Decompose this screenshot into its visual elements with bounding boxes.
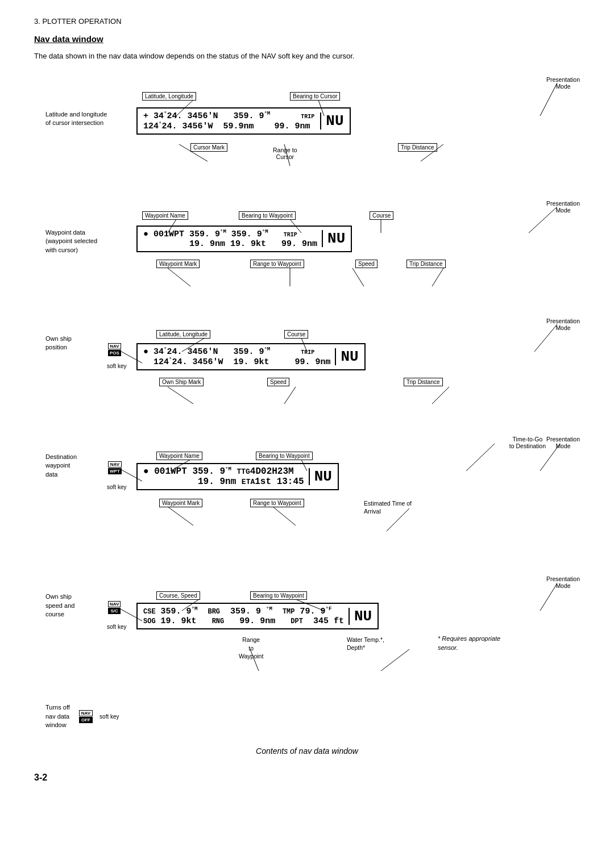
svg-line-12 [432, 268, 443, 286]
side-label-3: Own shipposition [45, 335, 72, 352]
nu-label-5: NU [349, 608, 372, 625]
annot-lines-4 [45, 436, 580, 549]
presentation-mode-label-4: PresentationMode [546, 436, 580, 449]
trip-dist-box-1: Trip Distance [398, 143, 437, 152]
nav-display-2: ● 001WPT 359. 9°M 359. 9°M TRIP 19. 9nm … [136, 226, 352, 252]
bearing-cursor-box: Bearing to Cursor [290, 92, 340, 101]
nav-off-softkey: NAV OFF [79, 710, 93, 723]
bearing-cursor-annot: Bearing to Cursor [290, 92, 340, 101]
presentation-mode-label-3: PresentationMode [546, 318, 580, 331]
bearing-wpt-annot-5: Bearing to Waypoint [250, 591, 307, 600]
wpt-mark-annot-4: Waypoint Mark [159, 499, 202, 507]
range-wpt-annot-4: Range to Waypoint [250, 499, 304, 507]
svg-line-25 [168, 507, 193, 525]
presentation-mode-label-2: PresentationMode [546, 200, 580, 214]
intro-paragraph: The data shown in the nav data window de… [34, 51, 580, 62]
display-box-2: ● 001WPT 359. 9°M 359. 9°M TRIP 19. 9nm … [136, 226, 352, 252]
nav-display-5: CSE 359. 9°M BRG 359. 9 °M TMP 79. 9°F S… [136, 603, 379, 629]
lat-lon-box-1: Latitude, Longitude [142, 92, 196, 101]
cursor-mark-box: Cursor Mark [190, 143, 227, 152]
course-speed-annot: Course, Speed [156, 591, 200, 600]
turns-off-section: Turns offnav datawindow NAV OFF soft key [45, 703, 580, 729]
svg-line-16 [168, 387, 193, 404]
sensor-note: * Requires appropriatesensor. [438, 635, 500, 652]
soft-key-label-5: soft key [107, 624, 126, 630]
display-box-4: ● 001WPT 359. 9°M TTG4D02H23M 19. 9nm ET… [136, 463, 339, 490]
side-label-2: Waypoint data(waypoint selectedwith curs… [45, 228, 97, 254]
display-box-3: ● 34°24. 3456'N 359. 9°M TRIP 124°24. 34… [136, 343, 366, 370]
water-temp-annot: Water Temp.*,Depth* [347, 636, 384, 652]
lat-lon-annot-3: Latitude, Longitude [156, 330, 210, 339]
trip-dist-annot-1: Trip Distance [398, 143, 437, 152]
lat-lon-annot-1: Latitude, Longitude [142, 92, 196, 101]
waypoint-diagram: PresentationMode Waypoint Name Bearing t… [45, 200, 580, 252]
cursor-diagram: PresentationMode Latitude, Longitude Bea… [45, 76, 580, 135]
page-number: 3-2 [34, 773, 580, 783]
nu-label-2: NU [322, 230, 345, 247]
bearing-wpt-annot-4: Bearing to Waypoint [256, 452, 313, 460]
section-title: Nav data window [34, 34, 580, 44]
nav-wpt-softkey: NAV WPT [108, 461, 122, 474]
svg-line-11 [352, 268, 364, 286]
section-label: 3. PLOTTER OPERATION [34, 17, 122, 26]
eta-annot: Estimated Time ofArrival [364, 499, 412, 516]
nu-label-3: NU [335, 348, 358, 365]
trip-dist-annot-3: Trip Distance [404, 378, 443, 386]
presentation-mode-label-1: PresentationMode [546, 76, 580, 90]
page-header: 3. PLOTTER OPERATION [34, 17, 580, 26]
nu-label-1: NU [320, 112, 343, 130]
range-wpt-annot: Range to Waypoint [250, 260, 304, 268]
caption: Contents of nav data window [34, 746, 580, 756]
presentation-mode-label-5: PresentationMode [546, 575, 580, 589]
nav-display-4: ● 001WPT 359. 9°M TTG4D02H23M 19. 9nm ET… [136, 463, 339, 490]
time-to-go-annot: Time-to-Goto Destination [509, 436, 546, 449]
svg-line-26 [273, 507, 296, 525]
side-label-1: Latitude and longitudeof cursor intersec… [45, 110, 107, 128]
own-ship-mark-annot: Own Ship Mark [159, 378, 204, 386]
nu-label-4: NU [309, 468, 332, 485]
wpt-name-annot: Waypoint Name [142, 211, 188, 220]
svg-line-17 [284, 387, 296, 404]
own-ship-pos-diagram: PresentationMode Latitude, Longitude Cou… [45, 318, 580, 370]
speed-annot-2: Speed [355, 260, 377, 268]
speed-annot-3: Speed [267, 378, 289, 386]
nav-pos-softkey: NAV POS [108, 343, 121, 356]
svg-line-9 [168, 268, 190, 286]
dest-wpt-diagram: Time-to-Goto Destination PresentationMod… [45, 436, 580, 490]
bearing-wpt-annot: Bearing to Waypoint [239, 211, 296, 220]
nav-display-1: + 34°24. 3456'N 359. 9°M TRIP 124°24. 34… [136, 107, 351, 135]
range-to-wpt-annot: RangetoWaypoint [239, 636, 263, 661]
nav-display-3: ● 34°24. 3456'N 359. 9°M TRIP 124°24. 34… [136, 343, 366, 370]
display-box-1: + 34°24. 3456'N 359. 9°M TRIP 124°24. 34… [136, 107, 351, 135]
wpt-name-annot-4: Waypoint Name [156, 452, 202, 460]
display-box-5: CSE 359. 9°M BRG 359. 9 °M TMP 79. 9°F S… [136, 603, 379, 629]
side-label-4: Destinationwaypointdata [45, 453, 77, 479]
own-ship-speed-diagram: PresentationMode Course, Speed Bearing t… [45, 575, 580, 629]
cursor-mark-annot: Cursor Mark [190, 143, 227, 152]
svg-line-32 [381, 649, 409, 671]
soft-key-label-3: soft key [107, 363, 126, 369]
soft-key-label-off: soft key [99, 713, 119, 720]
course-annot-3: Course [284, 330, 308, 339]
range-cursor-annot: Range toCursor [273, 147, 297, 160]
svg-line-18 [432, 387, 449, 404]
nav-sc-softkey: NAV S/C [108, 601, 121, 614]
course-annot: Course [370, 211, 393, 220]
svg-line-23 [466, 444, 495, 471]
turns-off-label: Turns offnav datawindow [45, 703, 70, 729]
side-label-5: Own shipspeed andcourse [45, 592, 74, 619]
trip-dist-annot-2: Trip Distance [406, 260, 446, 268]
wpt-mark-annot: Waypoint Mark [156, 260, 200, 268]
soft-key-label-4: soft key [107, 484, 126, 490]
